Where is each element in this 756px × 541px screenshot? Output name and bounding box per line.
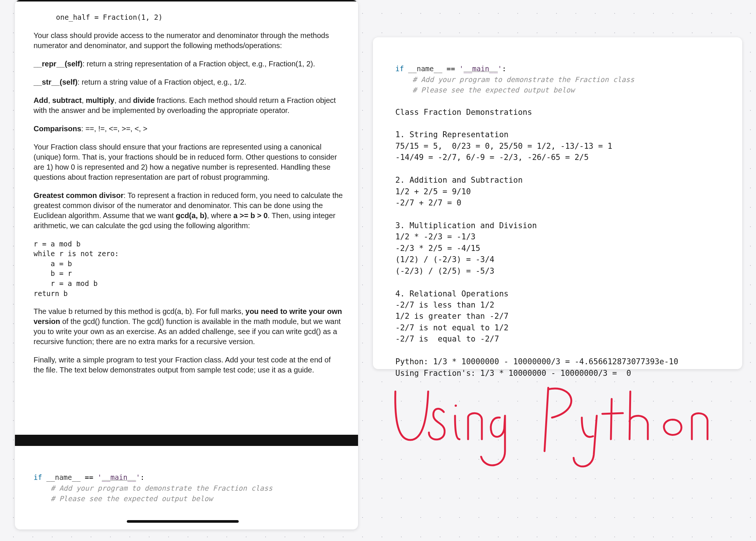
eq-op-r: == <box>446 65 459 73</box>
gcd-algorithm-block: r = a mod b while r is not zero: a = b b… <box>34 239 343 299</box>
document-page-right: if __name__ == '__main__': # Add your pr… <box>373 37 742 369</box>
name-dunder-r: __name__ <box>404 65 446 73</box>
comparisons-line: Comparisons: ==, !=, <=, >=, <, > <box>34 124 343 134</box>
main-snippet-left: if __name__ == '__main__': # Add your pr… <box>34 472 343 504</box>
document-page-left: one_half = Fraction(1, 2) Your class sho… <box>15 0 358 529</box>
out-s3-l3: (1/2) / (-2/3) = -3/4 <box>395 255 495 264</box>
comparisons-label: Comparisons <box>34 125 81 133</box>
quote-open-r: ' <box>459 65 464 73</box>
returned-paragraph: The value b returned by this method is g… <box>34 306 343 347</box>
arith-sep3: , and <box>115 96 133 104</box>
gcd-paragraph: Greatest common divisor: To represent a … <box>34 191 343 231</box>
out-s5-l1: Python: 1/3 * 10000000 - 10000000/3 = -4… <box>395 357 678 366</box>
out-s5-l2: Using Fraction's: 1/3 * 10000000 - 10000… <box>395 369 631 378</box>
repr-label: __repr__(self) <box>34 60 82 68</box>
gcd-text2: , where <box>207 211 233 220</box>
gcd-label: Greatest common divisor <box>34 191 123 199</box>
comment-line-1: # Add your program to demonstrate the Fr… <box>51 484 273 492</box>
eq-op: == <box>85 473 97 481</box>
page-left-next-page: if __name__ == '__main__': # Add your pr… <box>15 446 358 504</box>
out-s1-l2: -14/49 = -2/7, 6/-9 = -2/3, -26/-65 = 2/… <box>395 153 589 162</box>
repr-text: : return a string representation of a Fr… <box>82 60 315 68</box>
quote-close-r: ' <box>498 65 502 73</box>
out-s2-l2: -2/7 + 2/7 = 0 <box>395 198 461 207</box>
out-s4-title: 4. Relational Operations <box>395 289 508 298</box>
main-dunder: __main__ <box>102 473 136 481</box>
comment-line-2-r: # Please see the expected output below <box>412 86 575 94</box>
colon: : <box>140 473 144 481</box>
returned-text2: of the gcd() function. The gcd() functio… <box>34 317 341 346</box>
comparisons-text: : ==, !=, <=, >=, <, > <box>81 125 147 133</box>
out-s4-l3: -2/7 is not equal to 1/2 <box>395 323 508 332</box>
access-paragraph: Your class should provide access to the … <box>34 31 343 51</box>
out-s3-l1: 1/2 * -2/3 = -1/3 <box>395 232 476 241</box>
out-s4-l4: -2/7 is equal to -2/7 <box>395 334 499 343</box>
out-s2-title: 2. Addition and Subtraction <box>395 176 523 185</box>
str-text: : return a string value of a Fraction ob… <box>78 78 246 86</box>
str-label: __str__(self) <box>34 78 78 86</box>
repr-line: __repr__(self): return a string represen… <box>34 59 343 69</box>
arith-sep2: , <box>82 96 86 104</box>
out-s4-l2: 1/2 is greater than -2/7 <box>395 312 508 321</box>
expected-output-block: Class Fraction Demonstrations 1. String … <box>395 107 727 379</box>
out-s3-l2: -2/3 * 2/5 = -4/15 <box>395 244 480 253</box>
out-header: Class Fraction Demonstrations <box>395 108 532 117</box>
sub-label: subtract <box>52 96 82 104</box>
quote-open: ' <box>98 473 102 481</box>
gcd-ab: gcd(a, b) <box>176 211 207 220</box>
page-break-bar <box>15 435 358 446</box>
arithmetic-line: Add, subtract, multiply, and divide frac… <box>34 95 343 116</box>
div-label: divide <box>133 96 155 104</box>
mul-label: multiply <box>86 96 115 104</box>
comment-line-1-r: # Add your program to demonstrate the Fr… <box>412 75 634 84</box>
out-s3-l4: (-2/3) / (2/5) = -5/3 <box>395 267 495 276</box>
out-s3-title: 3. Multiplication and Division <box>395 221 537 230</box>
add-label: Add <box>34 96 48 104</box>
returned-text1: The value b returned by this method is g… <box>34 307 245 315</box>
out-s2-l1: 1/2 + 2/5 = 9/10 <box>395 187 471 196</box>
name-dunder: __name__ <box>42 473 85 481</box>
if-keyword-r: if <box>395 65 404 73</box>
arith-sep1: , <box>48 96 52 104</box>
gcd-cond: a >= b > 0 <box>233 211 268 220</box>
constructor-line: one_half = Fraction(1, 2) <box>34 13 343 22</box>
out-s4-l1: -2/7 is less than 1/2 <box>395 301 495 309</box>
home-indicator <box>127 520 239 523</box>
finally-paragraph: Finally, write a simple program to test … <box>34 355 343 375</box>
page-left-content: one_half = Fraction(1, 2) Your class sho… <box>15 1 358 375</box>
out-s1-title: 1. String Representation <box>395 130 508 139</box>
canvas-stage: one_half = Fraction(1, 2) Your class sho… <box>0 0 756 541</box>
out-s1-l1: 75/15 = 5, 0/23 = 0, 25/50 = 1/2, -13/-1… <box>395 142 612 151</box>
canonical-paragraph: Your Fraction class should ensure that y… <box>34 142 343 182</box>
main-dunder-r: __main__ <box>464 65 498 73</box>
str-line: __str__(self): return a string value of … <box>34 77 343 87</box>
main-snippet-right: if __name__ == '__main__': # Add your pr… <box>395 63 727 95</box>
if-keyword: if <box>34 473 42 481</box>
comment-line-2: # Please see the expected output below <box>51 494 213 503</box>
colon-r: : <box>502 65 506 73</box>
quote-close: ' <box>136 473 140 481</box>
